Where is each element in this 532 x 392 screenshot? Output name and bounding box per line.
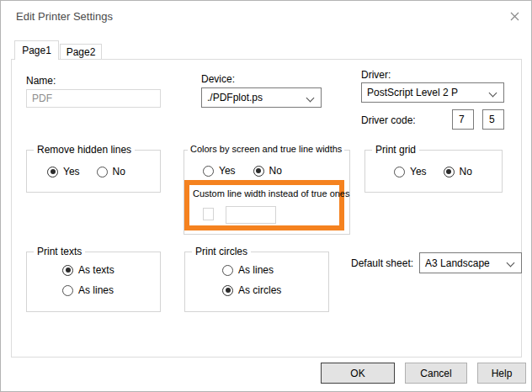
group-print-circles: Print circles As lines As circles bbox=[184, 252, 329, 312]
group-title: Print texts bbox=[34, 246, 85, 257]
group-title: Print circles bbox=[192, 246, 251, 257]
radio-label: As lines bbox=[238, 264, 274, 276]
default-sheet-row: Default sheet: A3 Landscape bbox=[351, 252, 522, 273]
group-title: Colors by screen and true line widths bbox=[188, 144, 344, 154]
radio-icon bbox=[62, 285, 73, 296]
radio-icon bbox=[253, 166, 264, 177]
radio-icon bbox=[222, 285, 233, 296]
driver-value: PostScript Level 2 P bbox=[367, 87, 458, 98]
radio-icon bbox=[97, 167, 108, 177]
group-title: Remove hidden lines bbox=[34, 144, 135, 156]
default-sheet-combobox[interactable]: A3 Landscape bbox=[419, 252, 522, 273]
chevron-down-icon bbox=[489, 89, 497, 98]
edit-printer-settings-dialog: Edit Printer Settings Page1 Page2 Name: … bbox=[0, 0, 532, 392]
device-label: Device: bbox=[201, 73, 235, 85]
cancel-button[interactable]: Cancel bbox=[405, 363, 467, 384]
radio-label: Yes bbox=[63, 166, 80, 177]
close-icon bbox=[510, 12, 519, 24]
group-title: Print grid bbox=[372, 144, 419, 156]
device-combobox[interactable]: ./PDFplot.ps bbox=[201, 87, 322, 108]
chevron-down-icon bbox=[306, 94, 315, 103]
radio-colors-yes[interactable]: Yes bbox=[203, 165, 236, 177]
radio-icon bbox=[222, 265, 233, 276]
radio-print-circles-as-circles[interactable]: As circles bbox=[222, 284, 281, 296]
radio-colors-no[interactable]: No bbox=[253, 165, 282, 177]
radio-print-grid-no[interactable]: No bbox=[444, 166, 472, 177]
name-label: Name: bbox=[26, 75, 56, 87]
chevron-down-icon bbox=[507, 259, 515, 268]
radio-label: No bbox=[460, 166, 472, 177]
radio-label: No bbox=[113, 166, 125, 177]
radio-remove-hidden-no[interactable]: No bbox=[97, 166, 125, 177]
tab-page1[interactable]: Page1 bbox=[14, 40, 59, 60]
driver-code-input-2[interactable]: 5 bbox=[482, 109, 504, 130]
radio-label: Yes bbox=[219, 165, 236, 177]
radio-icon bbox=[62, 265, 73, 276]
dialog-title: Edit Printer Settings bbox=[16, 10, 113, 23]
group-print-grid: Print grid Yes No bbox=[364, 150, 503, 193]
custom-line-width-input[interactable] bbox=[226, 206, 276, 224]
custom-line-width-checkbox[interactable] bbox=[203, 208, 214, 220]
name-input[interactable]: PDF bbox=[26, 89, 161, 108]
radio-label: As texts bbox=[78, 264, 114, 276]
radio-label: Yes bbox=[410, 166, 427, 177]
radio-print-grid-yes[interactable]: Yes bbox=[394, 166, 427, 177]
ok-button[interactable]: OK bbox=[321, 363, 395, 384]
device-value: ./PDFplot.ps bbox=[207, 92, 263, 103]
radio-print-texts-as-texts[interactable]: As texts bbox=[62, 264, 114, 276]
driver-code-input-1[interactable]: 7 bbox=[452, 109, 474, 130]
radio-print-texts-as-lines[interactable]: As lines bbox=[62, 284, 114, 296]
close-button[interactable] bbox=[503, 7, 525, 28]
default-sheet-label: Default sheet: bbox=[351, 257, 413, 269]
radio-print-circles-as-lines[interactable]: As lines bbox=[222, 264, 281, 276]
group-print-texts: Print texts As texts As lines bbox=[26, 252, 161, 312]
group-remove-hidden-lines: Remove hidden lines Yes No bbox=[26, 150, 161, 193]
radio-label: As lines bbox=[78, 284, 114, 296]
radio-remove-hidden-yes[interactable]: Yes bbox=[47, 166, 80, 177]
radio-icon bbox=[203, 166, 214, 177]
driver-code-label: Driver code: bbox=[361, 114, 416, 126]
radio-icon bbox=[444, 167, 455, 177]
tab-page2[interactable]: Page2 bbox=[60, 44, 102, 60]
help-button[interactable]: Help bbox=[477, 363, 526, 384]
radio-icon bbox=[394, 167, 405, 177]
default-sheet-value: A3 Landscape bbox=[425, 257, 490, 269]
radio-icon bbox=[47, 167, 58, 177]
radio-label: No bbox=[269, 165, 282, 177]
driver-label: Driver: bbox=[361, 69, 391, 81]
radio-label: As circles bbox=[238, 284, 281, 296]
custom-line-width-label: Custom line width instead of true ones bbox=[193, 188, 350, 199]
driver-combobox[interactable]: PostScript Level 2 P bbox=[361, 82, 504, 103]
